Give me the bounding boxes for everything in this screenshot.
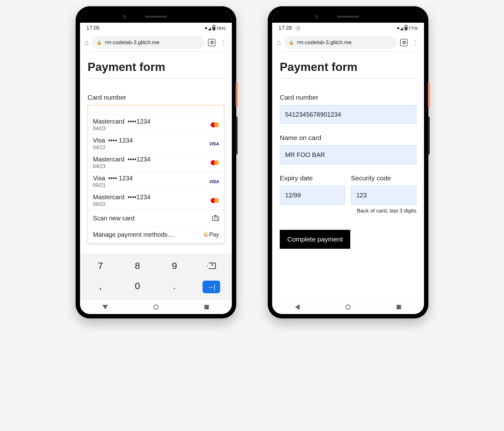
name-on-card-label: Name on card [280,134,416,142]
cvv-input[interactable] [351,186,416,205]
mastercard-icon [208,122,219,127]
volume-button [236,117,238,154]
address-bar[interactable]: 🔒 rm-codelab-3.glitch.me [284,36,397,49]
page-title: Payment form [88,61,224,79]
phone-right: 17:28 77% ⌂ 🔒 rm-codelab-3.glitch.me :D … [268,6,428,318]
manage-payments-option[interactable]: Manage payment methods… GPay [88,226,224,243]
status-time: 17:05 [86,25,100,31]
signal-icon [400,26,403,31]
lock-icon: 🔒 [97,40,102,45]
autofill-card-option[interactable]: Visa•••• 1234 09/21 VISA [88,172,224,191]
nav-home-icon[interactable] [153,305,158,310]
power-button [428,82,430,107]
screen: 17:05 76% ⌂ 🔒 rm-codelab-3.glitch.me :D … [80,11,232,314]
numeric-keyboard: 7 8 9 , 0 . →| [80,253,232,300]
status-time: 17:28 [278,25,292,31]
autofill-dropdown: Mastercard••••1234 04/23 Visa•••• 1234 0… [88,115,224,243]
autofill-card-option[interactable]: Mastercard••••1234 04/23 [88,153,224,172]
nav-back-icon[interactable] [295,304,300,310]
battery-icon [404,26,408,31]
key-0[interactable]: 0 [119,277,156,297]
speaker [145,16,167,18]
home-icon[interactable]: ⌂ [84,38,89,47]
camera-icon [212,216,219,221]
url-text: rm-codelab-3.glitch.me [297,39,352,46]
nav-home-icon[interactable] [346,305,351,310]
overflow-menu-icon[interactable]: ⋮ [411,39,420,46]
card-number-label: Card number [280,94,416,101]
status-right: 77% [397,25,418,31]
browser-toolbar: ⌂ 🔒 rm-codelab-3.glitch.me :D ⋮ [80,33,232,52]
page-title: Payment form [280,61,416,79]
autofill-card-option[interactable]: Visa•••• 1234 04/22 VISA [88,134,224,153]
mastercard-icon [208,160,219,165]
android-nav-bar [272,300,424,314]
enter-icon: →| [203,281,220,293]
signal-icon [208,26,211,31]
card-number-input[interactable] [280,105,416,124]
address-bar[interactable]: 🔒 rm-codelab-3.glitch.me [92,36,205,49]
cvv-helper-text: Back of card, last 3 digits [280,208,416,214]
expiry-input[interactable] [280,186,345,205]
front-camera [315,15,318,19]
cvv-label: Security code [351,174,416,182]
android-nav-bar [80,300,232,314]
notch [80,11,232,23]
battery-pct: 77% [408,26,418,31]
key-period[interactable]: . [156,277,193,297]
tabs-button[interactable]: :D [208,39,215,46]
overflow-menu-icon[interactable]: ⋮ [219,39,227,46]
nav-recents-icon[interactable] [204,305,209,309]
key-7[interactable]: 7 [82,257,119,275]
status-bar: 17:05 76% [80,23,232,33]
key-backspace[interactable] [193,257,230,275]
nav-back-icon[interactable] [102,305,108,309]
nav-recents-icon[interactable] [397,305,401,309]
front-camera [123,15,126,19]
alarm-icon [296,26,300,31]
volume-button [428,117,430,154]
phone-left: 17:05 76% ⌂ 🔒 rm-codelab-3.glitch.me :D … [76,6,236,318]
expiry-label: Expiry date [280,174,345,182]
backspace-icon [207,263,216,269]
mastercard-icon [208,198,219,203]
wifi-icon [397,25,399,31]
autofill-card-option[interactable]: Mastercard••••1234 09/22 [88,191,224,210]
page-content: Payment form Card number Name on card Ex… [272,52,424,300]
scan-card-option[interactable]: Scan new card [88,210,224,226]
battery-icon [212,26,215,31]
lock-icon: 🔒 [289,40,294,45]
notch [272,11,424,23]
key-comma[interactable]: , [82,277,119,297]
browser-toolbar: ⌂ 🔒 rm-codelab-3.glitch.me :D ⋮ [272,33,424,52]
speaker [337,16,359,18]
key-8[interactable]: 8 [119,257,156,275]
visa-icon: VISA [208,141,219,146]
screen: 17:28 77% ⌂ 🔒 rm-codelab-3.glitch.me :D … [272,11,424,314]
battery-pct: 76% [216,26,226,31]
status-left: 17:28 [278,25,300,31]
home-icon[interactable]: ⌂ [277,38,281,47]
url-text: rm-codelab-3.glitch.me [105,39,159,46]
name-on-card-input[interactable] [280,145,416,164]
page-content: Payment form Card number Mastercard••••1… [80,52,232,253]
key-enter[interactable]: →| [193,277,230,297]
power-button [236,82,238,107]
key-9[interactable]: 9 [156,257,193,275]
tabs-button[interactable]: :D [400,39,408,46]
wifi-icon [205,25,207,31]
status-bar: 17:28 77% [272,23,424,33]
card-number-label: Card number [88,94,224,101]
gpay-icon: GPay [204,231,219,238]
complete-payment-button[interactable]: Complete payment [280,230,350,249]
autofill-card-option[interactable]: Mastercard••••1234 04/23 [88,115,224,134]
status-right: 76% [205,25,226,31]
visa-icon: VISA [208,179,219,184]
